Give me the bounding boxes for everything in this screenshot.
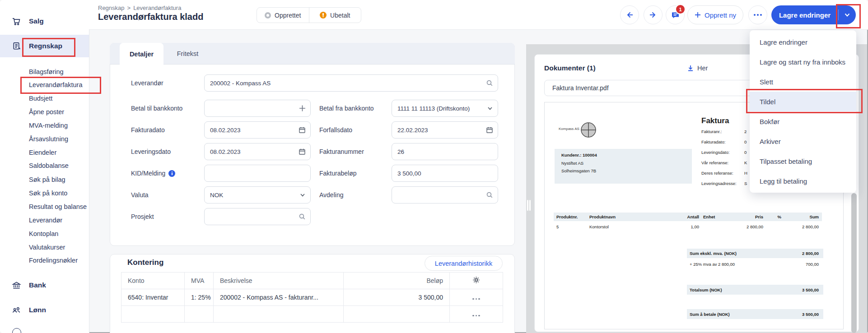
col-header-settings[interactable]: [450, 273, 503, 289]
comments-button[interactable]: 1: [666, 5, 685, 24]
sidebar-item-budsjett[interactable]: Budsjett: [29, 93, 52, 103]
sidebar-item-fordelingsnokler[interactable]: Fordelingsnøkler: [29, 255, 78, 265]
invoice-number-value: 26: [397, 148, 404, 155]
invoice-detail-value: H: [744, 171, 747, 176]
invoice-detail-label: Leveringsdato:: [701, 150, 729, 155]
sidebar-item-regnskap[interactable]: Regnskap: [0, 35, 89, 57]
forward-button[interactable]: [644, 5, 663, 24]
delivery-date-input[interactable]: 08.02.2023: [204, 143, 311, 160]
invoice-date-input[interactable]: 08.02.2023: [204, 121, 311, 139]
cell-beskrivelse[interactable]: [214, 306, 344, 323]
cell-belop[interactable]: [344, 306, 450, 323]
search-icon[interactable]: [486, 79, 493, 87]
breadcrumb-current[interactable]: Leverandørfaktura: [133, 5, 181, 11]
kontering-title: Kontering: [127, 258, 163, 267]
invoice-detail-label: Vår referanse:: [701, 160, 728, 165]
cell-konto[interactable]: 6540: Inventar: [121, 289, 185, 306]
sidebar-item-bank[interactable]: Bank: [0, 275, 89, 296]
inv-cell-antall: 1,00: [667, 224, 699, 229]
breadcrumb-parent[interactable]: Regnskap: [98, 5, 125, 11]
inv-col-pris: Pris: [732, 214, 763, 219]
due-date-input[interactable]: 22.02.2023: [392, 121, 498, 139]
currency-select[interactable]: NOK: [204, 186, 311, 204]
sidebar-item-salg[interactable]: Salg: [0, 11, 89, 32]
breadcrumb-separator: >: [127, 5, 131, 11]
field-label: Betal fra bankkonto: [319, 100, 374, 117]
info-icon[interactable]: [168, 170, 175, 177]
inv-cell-pris: 2 800,00: [732, 224, 763, 229]
sidebar-item-saldobalanse[interactable]: Saldobalanse: [29, 161, 69, 171]
sidebar-item-bilagsforing[interactable]: Bilagsføring: [29, 67, 64, 77]
search-icon[interactable]: [486, 191, 493, 199]
menu-item-slett[interactable]: Slett: [750, 72, 856, 92]
sidebar-item-label: Bank: [29, 281, 46, 289]
back-button[interactable]: [620, 5, 639, 24]
panel-resize-handle[interactable]: [527, 200, 531, 211]
col-header-belop[interactable]: Beløp: [344, 273, 450, 289]
invoice-amount-input[interactable]: 3 500,00: [392, 165, 498, 182]
col-header-mva[interactable]: MVA: [185, 273, 214, 289]
calendar-icon[interactable]: [299, 126, 306, 134]
menu-item-lagre-og-start-ny[interactable]: Lagre og start ny fra innboks: [750, 52, 856, 72]
sidebar-item-mva-melding[interactable]: MVA-melding: [29, 120, 68, 130]
sidebar-item-apne-poster[interactable]: Åpne poster: [29, 107, 64, 117]
download-link[interactable]: Her: [687, 65, 708, 72]
menu-item-tildel[interactable]: Tildel: [750, 92, 856, 111]
plus-icon[interactable]: [299, 105, 306, 112]
calendar-icon[interactable]: [486, 126, 493, 134]
menu-item-arkiver[interactable]: Arkiver: [750, 131, 856, 151]
calendar-icon[interactable]: [299, 148, 306, 155]
notification-badge: 1: [675, 4, 686, 14]
sidebar-item-eiendeler[interactable]: Eiendeler: [29, 148, 56, 157]
supplier-input[interactable]: 200002 - Kompass AS: [204, 74, 498, 92]
panel-scrollbar-thumb[interactable]: [851, 193, 857, 333]
sidebar-item-valutakurser[interactable]: Valutakurser: [29, 242, 65, 252]
sidebar-item-leverandor[interactable]: Leverandør: [29, 215, 62, 225]
invoice-detail-value: 0: [744, 139, 747, 144]
breadcrumb[interactable]: Regnskap > Leverandørfaktura: [98, 5, 181, 11]
sidebar-item-sok-pa-bilag[interactable]: Søk på bilag: [29, 175, 65, 185]
supplier-history-button[interactable]: Leverandørhistorikk: [425, 256, 503, 271]
pay-to-account-input[interactable]: [204, 100, 311, 117]
cell-belop[interactable]: 3 500,00: [344, 289, 450, 306]
status-badge-unpaid: Ubetalt: [309, 8, 361, 23]
save-changes-label[interactable]: Lagre endringer: [771, 5, 838, 24]
row-actions-button[interactable]: [450, 289, 503, 306]
cell-mva[interactable]: 1: 25%: [185, 289, 214, 306]
sidebar-item-resultat-og-balanse[interactable]: Resultat og balanse: [29, 202, 87, 212]
sidebar-item-sok-pa-konto[interactable]: Søk på konto: [29, 188, 67, 198]
gear-icon: [472, 276, 480, 284]
invoice-number-input[interactable]: 26: [392, 143, 498, 160]
invoice-subtotal-value: 2 800,00: [787, 251, 819, 256]
menu-item-tilpasset-betaling[interactable]: Tilpasset betaling: [750, 151, 856, 171]
menu-item-bokfor[interactable]: Bokfør: [750, 111, 856, 131]
save-changes-split-button[interactable]: Lagre endringer: [771, 5, 856, 24]
app-root: Salg Regnskap Bilagsføring Leverandørfak…: [0, 0, 868, 333]
invoice-vat-label: + 25% mva av 2 800,00: [690, 262, 735, 267]
create-new-button[interactable]: Opprett ny: [687, 5, 743, 24]
save-dropdown-toggle[interactable]: [839, 5, 856, 24]
col-header-konto[interactable]: Konto: [121, 273, 185, 289]
invoice-vat-value: 700,00: [787, 262, 819, 267]
kid-message-input[interactable]: [204, 165, 311, 182]
tab-fritekst[interactable]: Fritekst: [166, 43, 209, 65]
kontering-row-empty: [121, 306, 503, 323]
more-actions-button[interactable]: [748, 5, 767, 24]
sidebar-item-leverandorfaktura[interactable]: Leverandørfaktura: [29, 80, 82, 90]
project-input[interactable]: [204, 208, 311, 225]
department-input[interactable]: [392, 186, 498, 204]
partial-bottom-icon: [12, 328, 21, 333]
menu-item-lagre-endringer[interactable]: Lagre endringer: [750, 32, 856, 52]
sidebar-item-kontoplan[interactable]: Kontoplan: [29, 229, 58, 239]
cell-beskrivelse[interactable]: 200002 - Kompass AS - fakturanr...: [214, 289, 344, 306]
search-icon[interactable]: [299, 213, 306, 220]
sidebar-item-arsavslutning[interactable]: Årsavslutning: [29, 134, 68, 144]
col-header-beskrivelse[interactable]: Beskrivelse: [214, 273, 344, 289]
tab-detaljer[interactable]: Detaljer: [120, 43, 163, 65]
cell-mva[interactable]: [185, 306, 214, 323]
cell-konto[interactable]: [121, 306, 185, 323]
menu-item-legg-til-betaling[interactable]: Legg til betaling: [750, 171, 856, 191]
pay-from-account-select[interactable]: 1111 11 11113 (Driftskonto): [392, 100, 498, 117]
sidebar-item-lonn[interactable]: Lønn: [0, 300, 89, 320]
row-actions-button[interactable]: [450, 306, 503, 323]
